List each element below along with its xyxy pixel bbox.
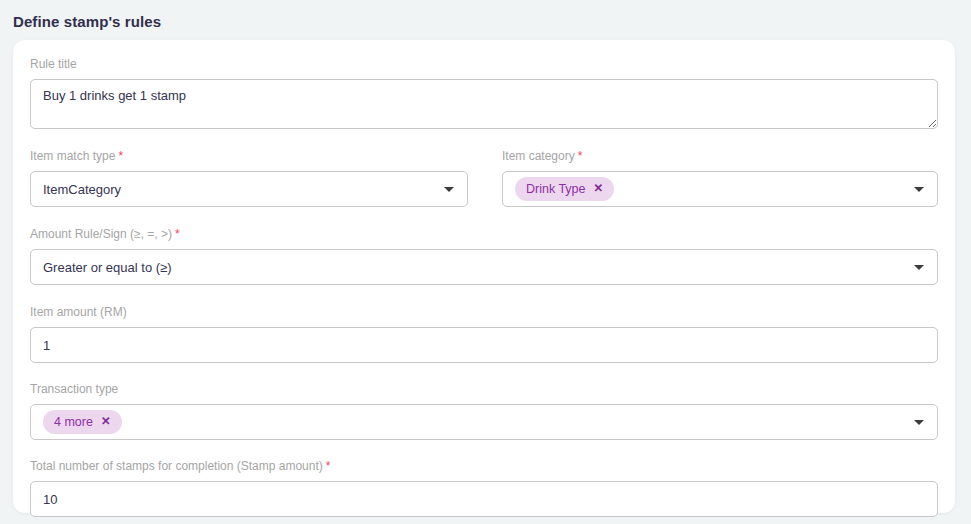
item-amount-input[interactable] [43,338,925,353]
page-title: Define stamp's rules [13,13,161,30]
chip-remove-icon[interactable]: ✕ [101,416,111,428]
item-amount-group: Item amount (RM) [30,305,938,363]
required-asterisk: * [175,227,180,241]
chip-label: Drink Type [526,182,586,196]
item-amount-label: Item amount (RM) [30,305,938,319]
rule-title-textarea[interactable]: Buy 1 drinks get 1 stamp [30,79,938,129]
chevron-down-icon[interactable] [914,187,924,192]
rule-title-group: Rule title Buy 1 drinks get 1 stamp [30,57,938,129]
amount-rule-sign-label: Amount Rule/Sign (≥, =, >)* [30,227,938,241]
item-amount-field [30,327,938,363]
chip-remove-icon[interactable]: ✕ [594,183,604,195]
item-match-type-label: Item match type* [30,149,468,163]
item-match-type-value: ItemCategory [43,182,121,197]
rule-title-label: Rule title [30,57,938,71]
item-category-label: Item category* [502,149,938,163]
chevron-down-icon[interactable] [914,420,924,425]
transaction-type-label: Transaction type [30,382,938,396]
amount-rule-sign-value: Greater or equal to (≥) [43,260,172,275]
stamp-amount-field [30,481,938,517]
transaction-type-group: Transaction type 4 more ✕ [30,382,938,440]
required-asterisk: * [326,459,331,473]
required-asterisk: * [118,149,123,163]
stamp-amount-input[interactable] [43,492,925,507]
amount-rule-sign-select[interactable]: Greater or equal to (≥) [30,249,938,285]
chevron-down-icon[interactable] [444,187,454,192]
amount-rule-sign-group: Amount Rule/Sign (≥, =, >)* Greater or e… [30,227,938,285]
stamp-amount-group: Total number of stamps for completion (S… [30,459,938,517]
item-category-select[interactable]: Drink Type ✕ [502,171,938,207]
item-match-type-select[interactable]: ItemCategory [30,171,468,207]
required-asterisk: * [578,149,583,163]
stamp-amount-label: Total number of stamps for completion (S… [30,459,938,473]
item-category-chip: Drink Type ✕ [515,177,614,201]
transaction-type-select[interactable]: 4 more ✕ [30,404,938,440]
chip-label: 4 more [54,415,93,429]
stamp-rules-card: Rule title Buy 1 drinks get 1 stamp Item… [13,40,955,513]
chevron-down-icon[interactable] [914,265,924,270]
transaction-type-chip: 4 more ✕ [43,410,122,434]
item-category-group: Item category* Drink Type ✕ [502,149,938,207]
item-match-type-group: Item match type* ItemCategory [30,149,468,207]
match-category-row: Item match type* ItemCategory Item categ… [30,149,938,207]
